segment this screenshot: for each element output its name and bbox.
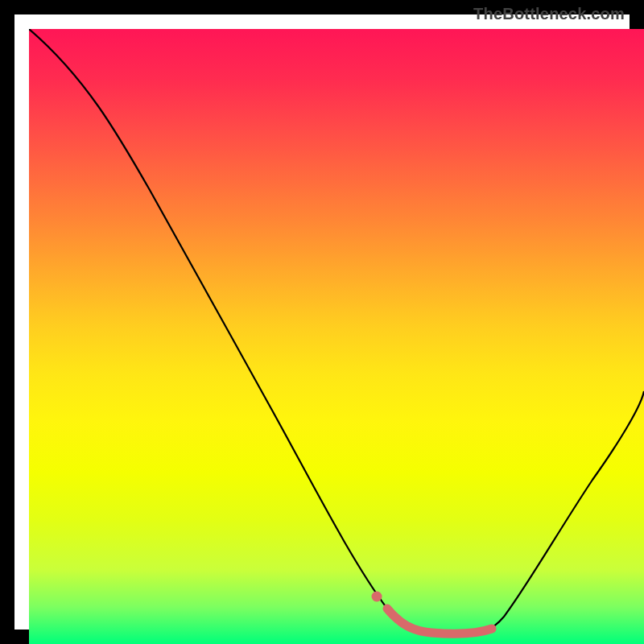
highlight-dot — [372, 592, 382, 602]
chart-frame — [0, 0, 644, 644]
watermark-text: TheBottleneck.com — [473, 5, 625, 23]
bottleneck-curve — [29, 29, 644, 634]
plot-area — [29, 29, 644, 644]
curve-layer — [29, 29, 644, 644]
highlight-segment — [387, 609, 492, 634]
